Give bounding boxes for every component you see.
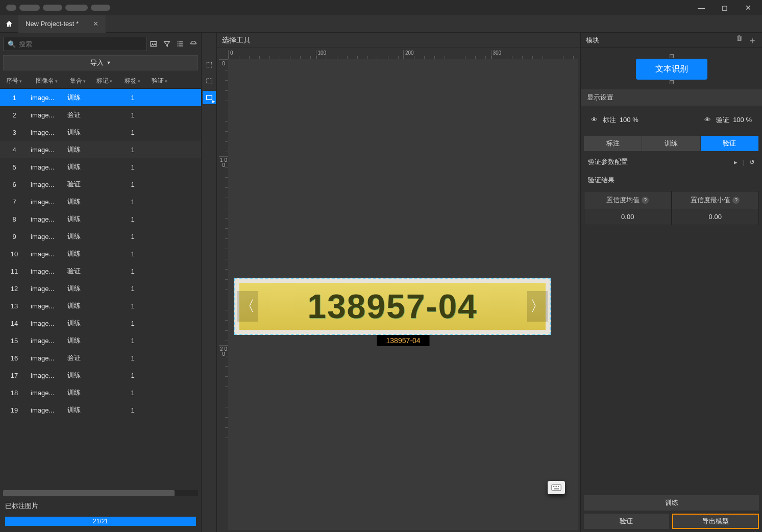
table-row[interactable]: 16image...验证1: [0, 349, 201, 367]
table-row[interactable]: 1image...训练1: [0, 89, 201, 106]
table-row[interactable]: 10image...训练1: [0, 245, 201, 262]
th-index[interactable]: 序号▾: [0, 77, 29, 85]
home-icon: [5, 20, 13, 28]
tab-train[interactable]: 训练: [642, 136, 700, 151]
table-row[interactable]: 17image...训练1: [0, 367, 201, 384]
left-panel: 🔍 导入 ▼ 序号▾ 图像名▾ 集合▾ 标记▾ 标签▾ 验证▾ 1image..…: [0, 33, 202, 532]
svg-point-3: [177, 43, 178, 44]
mode-tabs: 标注 训练 验证: [584, 136, 759, 151]
valid-visibility[interactable]: 👁 验证 100 %: [704, 115, 752, 125]
export-model-button[interactable]: 导出模型: [672, 514, 759, 529]
svg-point-6: [206, 62, 207, 63]
close-tab-icon[interactable]: ✕: [93, 20, 99, 28]
grid-icon[interactable]: [189, 39, 198, 49]
svg-rect-14: [555, 486, 556, 487]
tab-annotate[interactable]: 标注: [584, 136, 642, 151]
svg-rect-13: [553, 486, 554, 487]
home-button[interactable]: [0, 15, 18, 33]
table-row[interactable]: 19image...训练1: [0, 401, 201, 419]
th-tag[interactable]: 标签▾: [118, 77, 147, 85]
train-button[interactable]: 训练: [584, 495, 759, 511]
help-icon[interactable]: ?: [732, 197, 740, 204]
module-chip[interactable]: 文本识别: [636, 59, 707, 80]
marquee-tool-icon[interactable]: [203, 75, 216, 88]
progress-text: 21/21: [93, 518, 108, 525]
history-icon[interactable]: ↺: [749, 158, 755, 166]
decorative-pill: [6, 5, 16, 11]
canvas-panel: 选择工具 0 100 200 300 0 1 0 0 2 0 0 138957-…: [217, 33, 580, 532]
prev-image-button[interactable]: 〈: [237, 291, 258, 322]
close-button[interactable]: ✕: [736, 0, 760, 15]
search-box[interactable]: 🔍: [3, 37, 147, 51]
tab-title: New Project-test *: [26, 20, 79, 28]
th-set[interactable]: 集合▾: [65, 77, 91, 85]
decorative-pill: [19, 5, 40, 11]
table-row[interactable]: 3image...训练1: [0, 124, 201, 141]
ruler-horizontal: 0 100 200 300: [228, 50, 578, 59]
table-row[interactable]: 8image...训练1: [0, 210, 201, 228]
svg-rect-11: [206, 95, 212, 100]
crop-tool-icon[interactable]: [203, 58, 216, 71]
validate-button[interactable]: 验证: [584, 514, 669, 529]
decorative-pill: [43, 5, 62, 11]
table-row[interactable]: 12image...训练1: [0, 280, 201, 297]
canvas-area[interactable]: 138957-04 〈 〉 138957-04: [228, 59, 578, 530]
svg-rect-10: [206, 79, 212, 84]
config-label: 验证参数配置: [588, 157, 628, 166]
image-text: 138957-04: [307, 287, 478, 326]
metric-min: 置信度最小值? 0.00: [672, 191, 759, 225]
maximize-button[interactable]: ◻: [713, 0, 736, 15]
svg-point-9: [211, 67, 212, 67]
table-header: 序号▾ 图像名▾ 集合▾ 标记▾ 标签▾ 验证▾: [0, 74, 201, 89]
th-valid[interactable]: 验证▾: [147, 77, 173, 85]
import-button[interactable]: 导入 ▼: [3, 55, 198, 70]
project-tab[interactable]: New Project-test * ✕: [18, 15, 106, 33]
svg-rect-15: [556, 486, 557, 487]
list-icon[interactable]: [176, 39, 185, 49]
decorative-pill: [91, 5, 110, 11]
table-row[interactable]: 11image...验证1: [0, 262, 201, 280]
svg-rect-16: [558, 486, 559, 487]
svg-point-2: [177, 41, 178, 42]
progress-bar: 21/21: [5, 517, 196, 526]
filter-icon[interactable]: [162, 39, 171, 49]
svg-point-8: [206, 67, 207, 67]
decorative-pill: [65, 5, 88, 11]
add-icon[interactable]: ＋: [748, 34, 757, 46]
table-row[interactable]: 15image...训练1: [0, 332, 201, 349]
table-row[interactable]: 13image...训练1: [0, 297, 201, 315]
chevron-right-icon[interactable]: ▸: [734, 158, 738, 166]
image-preview[interactable]: 138957-04 〈 〉: [234, 278, 551, 335]
table-row[interactable]: 18image...训练1: [0, 384, 201, 401]
search-input[interactable]: [19, 40, 142, 48]
table-row[interactable]: 2image...验证1: [0, 106, 201, 124]
tab-validate[interactable]: 验证: [701, 136, 759, 151]
svg-point-1: [152, 43, 153, 44]
delete-icon[interactable]: 🗑: [736, 34, 743, 46]
eye-icon: 👁: [591, 116, 598, 124]
image-icon[interactable]: [149, 39, 158, 49]
table-row[interactable]: 7image...训练1: [0, 193, 201, 210]
rect-tool-icon[interactable]: [203, 91, 216, 104]
svg-point-7: [211, 62, 212, 63]
th-mark[interactable]: 标记▾: [91, 77, 118, 85]
horizontal-scrollbar[interactable]: [3, 490, 198, 496]
th-name[interactable]: 图像名▾: [29, 77, 65, 85]
table-row[interactable]: 4image...训练1: [0, 141, 201, 158]
display-settings-header: 显示设置: [581, 89, 762, 106]
table-row[interactable]: 14image...训练1: [0, 315, 201, 332]
svg-rect-5: [207, 62, 211, 67]
import-label: 导入: [90, 58, 104, 67]
keyboard-icon[interactable]: [548, 481, 565, 494]
table-row[interactable]: 9image...训练1: [0, 228, 201, 245]
validation-config-row[interactable]: 验证参数配置 ▸ | ↺: [581, 151, 762, 173]
help-icon[interactable]: ?: [642, 197, 649, 204]
node-bottom-icon: [670, 80, 674, 84]
minimize-button[interactable]: —: [690, 0, 713, 15]
table-row[interactable]: 5image...训练1: [0, 158, 201, 176]
annot-visibility[interactable]: 👁 标注 100 %: [591, 115, 638, 125]
table-row[interactable]: 6image...验证1: [0, 176, 201, 193]
ruler-corner: [219, 50, 228, 59]
validation-result-header: 验证结果: [581, 173, 762, 188]
next-image-button[interactable]: 〉: [527, 291, 548, 322]
